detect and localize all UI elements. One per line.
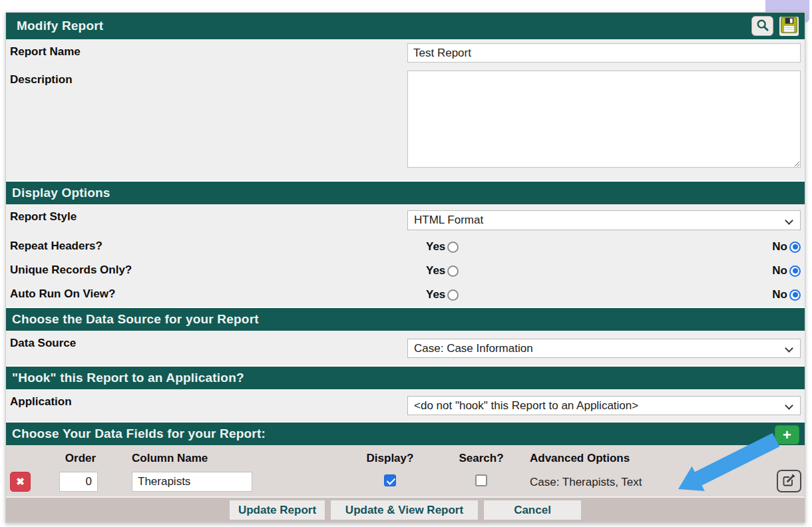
report-name-row: Report Name xyxy=(6,39,805,67)
description-textarea[interactable] xyxy=(407,71,801,168)
column-name-input[interactable] xyxy=(132,472,252,492)
report-style-label: Report Style xyxy=(10,204,407,235)
repeat-headers-no-radio[interactable] xyxy=(789,242,801,253)
data-source-select[interactable]: Case: Case Information xyxy=(407,339,801,358)
delete-field-button[interactable]: ✖ xyxy=(10,472,31,492)
auto-run-yes-radio[interactable] xyxy=(447,289,459,301)
no-label: No xyxy=(772,240,787,254)
application-select[interactable]: <do not "hook" this Report to an Applica… xyxy=(407,396,801,415)
report-name-input[interactable] xyxy=(407,43,801,63)
column-header-advanced-options: Advanced Options xyxy=(530,452,630,465)
pencil-square-icon xyxy=(783,474,795,488)
application-value: <do not "hook" this Report to an Applica… xyxy=(414,399,638,412)
title-actions xyxy=(751,16,805,36)
display-options-title: Display Options xyxy=(12,186,110,200)
data-source-row: Data Source Case: Case Information xyxy=(6,331,805,365)
chevron-down-icon xyxy=(785,344,793,353)
repeat-headers-label: Repeat Headers? xyxy=(10,235,407,259)
x-icon: ✖ xyxy=(16,476,25,488)
application-hook-header: "Hook" this Report to an Application? xyxy=(6,365,805,389)
display-options-header: Display Options xyxy=(6,180,805,204)
column-header-column-name: Column Name xyxy=(132,452,208,465)
dialog-title: Modify Report xyxy=(17,19,103,33)
unique-records-label: Unique Records Only? xyxy=(10,259,407,283)
auto-run-row: Auto Run On View? Yes No xyxy=(6,283,805,307)
auto-run-label: Auto Run On View? xyxy=(10,283,407,307)
description-label: Description xyxy=(10,67,407,180)
column-header-display: Display? xyxy=(357,452,423,465)
yes-label: Yes xyxy=(426,240,445,254)
no-label: No xyxy=(772,264,787,277)
data-source-label: Data Source xyxy=(10,331,407,365)
data-source-value: Case: Case Information xyxy=(414,342,533,355)
update-and-view-report-button[interactable]: Update & View Report xyxy=(330,500,479,520)
column-header-search: Search? xyxy=(448,452,514,465)
column-header-order: Order xyxy=(59,452,102,465)
advanced-options-value: Case: Therapists, Text xyxy=(530,476,642,489)
no-label: No xyxy=(772,288,787,301)
auto-run-no-radio[interactable] xyxy=(789,289,801,301)
yes-label: Yes xyxy=(426,288,445,301)
cancel-button[interactable]: Cancel xyxy=(483,500,582,520)
annotation-arrow xyxy=(668,433,782,494)
search-icon xyxy=(756,19,769,34)
report-name-label: Report Name xyxy=(10,39,407,67)
chevron-down-icon xyxy=(785,401,793,410)
report-style-row: Report Style HTML Format xyxy=(6,204,805,235)
repeat-headers-yes-radio[interactable] xyxy=(447,242,459,253)
report-style-select[interactable]: HTML Format xyxy=(407,210,801,230)
search-button[interactable] xyxy=(751,16,773,36)
application-hook-title: "Hook" this Report to an Application? xyxy=(12,371,244,385)
update-report-button[interactable]: Update Report xyxy=(229,500,325,520)
save-icon xyxy=(781,17,797,35)
data-source-title: Choose the Data Source for your Report xyxy=(12,312,259,327)
plus-icon: + xyxy=(783,427,791,443)
application-label: Application xyxy=(10,389,407,421)
footer-button-bar: Update Report Update & View Report Cance… xyxy=(6,496,805,522)
save-button[interactable] xyxy=(779,17,799,36)
description-row: Description xyxy=(6,67,805,180)
application-row: Application <do not "hook" this Report t… xyxy=(6,389,805,421)
yes-label: Yes xyxy=(426,264,445,277)
display-checkbox[interactable] xyxy=(384,474,396,486)
order-input[interactable] xyxy=(59,472,98,492)
unique-records-row: Unique Records Only? Yes No xyxy=(6,259,805,283)
repeat-headers-row: Repeat Headers? Yes No xyxy=(6,235,805,259)
unique-records-yes-radio[interactable] xyxy=(447,265,459,277)
chevron-down-icon xyxy=(785,216,793,225)
unique-records-no-radio[interactable] xyxy=(789,265,801,277)
title-bar: Modify Report xyxy=(6,13,805,39)
search-checkbox[interactable] xyxy=(475,474,487,486)
data-source-header: Choose the Data Source for your Report xyxy=(6,307,805,331)
data-fields-title: Choose Your Data Fields for your Report: xyxy=(12,427,266,441)
report-style-value: HTML Format xyxy=(414,214,483,226)
